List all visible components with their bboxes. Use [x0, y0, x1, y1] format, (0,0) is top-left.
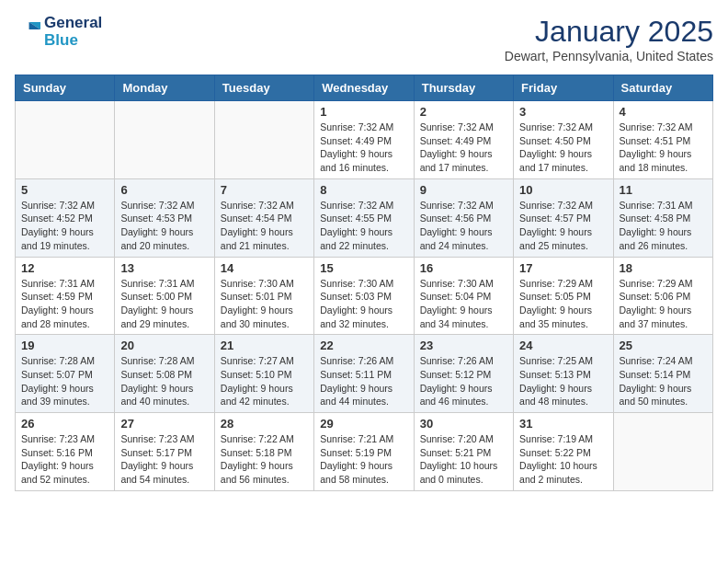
day-info: Sunrise: 7:32 AMSunset: 4:49 PMDaylight:… [420, 121, 507, 175]
calendar-cell [16, 101, 115, 179]
day-number: 6 [120, 183, 208, 197]
calendar-table: SundayMondayTuesdayWednesdayThursdayFrid… [15, 75, 713, 491]
day-number: 24 [519, 339, 607, 352]
calendar-cell: 6Sunrise: 7:32 AMSunset: 4:53 PMDaylight… [115, 178, 214, 257]
weekday-header-sunday: Sunday [16, 75, 115, 101]
day-number: 17 [519, 261, 607, 275]
calendar-cell: 11Sunrise: 7:31 AMSunset: 4:58 PMDayligh… [613, 178, 712, 257]
day-number: 28 [221, 417, 308, 431]
day-info: Sunrise: 7:23 AMSunset: 5:17 PMDaylight:… [120, 432, 208, 487]
day-number: 27 [120, 417, 208, 431]
calendar-cell: 28Sunrise: 7:22 AMSunset: 5:18 PMDayligh… [214, 413, 313, 491]
day-info: Sunrise: 7:30 AMSunset: 5:04 PMDaylight:… [420, 277, 507, 331]
day-info: Sunrise: 7:31 AMSunset: 4:59 PMDaylight:… [21, 277, 108, 331]
day-info: Sunrise: 7:22 AMSunset: 5:18 PMDaylight:… [221, 432, 308, 487]
day-number: 13 [120, 261, 208, 275]
calendar-cell: 24Sunrise: 7:25 AMSunset: 5:13 PMDayligh… [514, 335, 613, 413]
calendar-cell: 30Sunrise: 7:20 AMSunset: 5:21 PMDayligh… [414, 413, 513, 491]
day-number: 2 [420, 105, 507, 119]
day-number: 20 [120, 339, 208, 352]
day-number: 12 [21, 261, 108, 275]
day-info: Sunrise: 7:23 AMSunset: 5:16 PMDaylight:… [21, 432, 108, 487]
day-info: Sunrise: 7:29 AMSunset: 5:05 PMDaylight:… [519, 277, 607, 331]
calendar-cell: 4Sunrise: 7:32 AMSunset: 4:51 PMDaylight… [613, 101, 712, 179]
day-number: 14 [221, 261, 308, 275]
calendar-cell [613, 413, 712, 491]
day-info: Sunrise: 7:32 AMSunset: 4:56 PMDaylight:… [420, 199, 507, 253]
weekday-header-thursday: Thursday [414, 75, 513, 101]
weekday-header-saturday: Saturday [613, 75, 712, 101]
calendar-cell: 25Sunrise: 7:24 AMSunset: 5:14 PMDayligh… [613, 335, 712, 413]
calendar-cell: 19Sunrise: 7:28 AMSunset: 5:07 PMDayligh… [16, 335, 115, 413]
day-number: 29 [320, 417, 407, 431]
day-info: Sunrise: 7:32 AMSunset: 4:52 PMDaylight:… [21, 199, 108, 253]
logo-icon [15, 19, 40, 45]
day-number: 11 [620, 183, 707, 197]
weekday-header-wednesday: Wednesday [314, 75, 414, 101]
day-info: Sunrise: 7:30 AMSunset: 5:03 PMDaylight:… [320, 277, 407, 331]
calendar-cell: 5Sunrise: 7:32 AMSunset: 4:52 PMDaylight… [16, 178, 115, 257]
day-info: Sunrise: 7:32 AMSunset: 4:51 PMDaylight:… [620, 121, 707, 175]
calendar-cell: 9Sunrise: 7:32 AMSunset: 4:56 PMDaylight… [414, 178, 513, 257]
logo-text-top: General [44, 15, 102, 32]
day-info: Sunrise: 7:25 AMSunset: 5:13 PMDaylight:… [519, 354, 607, 408]
calendar-cell: 22Sunrise: 7:26 AMSunset: 5:11 PMDayligh… [314, 335, 414, 413]
calendar-cell: 18Sunrise: 7:29 AMSunset: 5:06 PMDayligh… [613, 257, 712, 335]
day-info: Sunrise: 7:28 AMSunset: 5:07 PMDaylight:… [21, 354, 108, 408]
calendar-cell: 15Sunrise: 7:30 AMSunset: 5:03 PMDayligh… [314, 257, 414, 335]
page-header: General Blue January 2025 Dewart, Pennsy… [15, 15, 713, 63]
calendar-cell: 29Sunrise: 7:21 AMSunset: 5:19 PMDayligh… [314, 413, 414, 491]
day-number: 4 [620, 105, 707, 119]
day-number: 3 [519, 105, 607, 119]
day-number: 25 [620, 339, 707, 352]
day-number: 23 [420, 339, 507, 352]
week-row-5: 26Sunrise: 7:23 AMSunset: 5:16 PMDayligh… [16, 413, 713, 491]
calendar-cell: 3Sunrise: 7:32 AMSunset: 4:50 PMDaylight… [514, 101, 613, 179]
weekday-header-row: SundayMondayTuesdayWednesdayThursdayFrid… [16, 75, 713, 101]
day-info: Sunrise: 7:26 AMSunset: 5:12 PMDaylight:… [420, 354, 507, 408]
day-number: 8 [320, 183, 407, 197]
calendar-cell: 20Sunrise: 7:28 AMSunset: 5:08 PMDayligh… [115, 335, 214, 413]
title-section: January 2025 Dewart, Pennsylvania, Unite… [505, 15, 713, 63]
location-text: Dewart, Pennsylvania, United States [505, 49, 713, 63]
calendar-cell: 10Sunrise: 7:32 AMSunset: 4:57 PMDayligh… [514, 178, 613, 257]
day-number: 30 [420, 417, 507, 431]
day-number: 21 [221, 339, 308, 352]
calendar-cell: 21Sunrise: 7:27 AMSunset: 5:10 PMDayligh… [214, 335, 313, 413]
calendar-cell [214, 101, 313, 179]
day-number: 9 [420, 183, 507, 197]
week-row-2: 5Sunrise: 7:32 AMSunset: 4:52 PMDaylight… [16, 178, 713, 257]
calendar-cell: 2Sunrise: 7:32 AMSunset: 4:49 PMDaylight… [414, 101, 513, 179]
day-info: Sunrise: 7:27 AMSunset: 5:10 PMDaylight:… [221, 354, 308, 408]
calendar-cell: 16Sunrise: 7:30 AMSunset: 5:04 PMDayligh… [414, 257, 513, 335]
day-info: Sunrise: 7:32 AMSunset: 4:57 PMDaylight:… [519, 199, 607, 253]
day-number: 15 [320, 261, 407, 275]
day-info: Sunrise: 7:31 AMSunset: 5:00 PMDaylight:… [120, 277, 208, 331]
day-info: Sunrise: 7:32 AMSunset: 4:55 PMDaylight:… [320, 199, 407, 253]
calendar-cell: 23Sunrise: 7:26 AMSunset: 5:12 PMDayligh… [414, 335, 513, 413]
day-info: Sunrise: 7:26 AMSunset: 5:11 PMDaylight:… [320, 354, 407, 408]
day-info: Sunrise: 7:32 AMSunset: 4:54 PMDaylight:… [221, 199, 308, 253]
day-info: Sunrise: 7:19 AMSunset: 5:22 PMDaylight:… [519, 432, 607, 487]
day-info: Sunrise: 7:21 AMSunset: 5:19 PMDaylight:… [320, 432, 407, 487]
day-info: Sunrise: 7:29 AMSunset: 5:06 PMDaylight:… [620, 277, 707, 331]
calendar-cell: 31Sunrise: 7:19 AMSunset: 5:22 PMDayligh… [514, 413, 613, 491]
day-info: Sunrise: 7:28 AMSunset: 5:08 PMDaylight:… [120, 354, 208, 408]
day-info: Sunrise: 7:31 AMSunset: 4:58 PMDaylight:… [620, 199, 707, 253]
calendar-cell: 26Sunrise: 7:23 AMSunset: 5:16 PMDayligh… [16, 413, 115, 491]
calendar-cell: 12Sunrise: 7:31 AMSunset: 4:59 PMDayligh… [16, 257, 115, 335]
calendar-cell: 13Sunrise: 7:31 AMSunset: 5:00 PMDayligh… [115, 257, 214, 335]
day-number: 5 [21, 183, 108, 197]
calendar-cell: 1Sunrise: 7:32 AMSunset: 4:49 PMDaylight… [314, 101, 414, 179]
logo-text-bottom: Blue [44, 32, 102, 50]
day-number: 7 [221, 183, 308, 197]
weekday-header-friday: Friday [514, 75, 613, 101]
day-info: Sunrise: 7:24 AMSunset: 5:14 PMDaylight:… [620, 354, 707, 408]
week-row-1: 1Sunrise: 7:32 AMSunset: 4:49 PMDaylight… [16, 101, 713, 179]
logo: General Blue [15, 15, 102, 49]
day-number: 16 [420, 261, 507, 275]
day-info: Sunrise: 7:32 AMSunset: 4:53 PMDaylight:… [120, 199, 208, 253]
calendar-cell: 14Sunrise: 7:30 AMSunset: 5:01 PMDayligh… [214, 257, 313, 335]
calendar-cell: 17Sunrise: 7:29 AMSunset: 5:05 PMDayligh… [514, 257, 613, 335]
day-number: 22 [320, 339, 407, 352]
